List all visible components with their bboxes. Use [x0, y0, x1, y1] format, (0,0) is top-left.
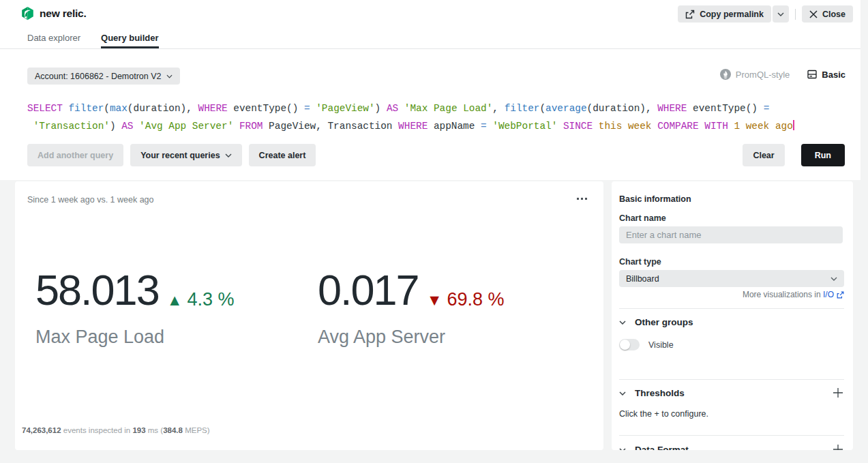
- query-token: ,: [492, 103, 504, 114]
- basic-mode-icon: [807, 70, 817, 79]
- query-token: (: [104, 103, 110, 114]
- section-data-format[interactable]: Data Format: [619, 445, 844, 450]
- query-token: [233, 121, 239, 132]
- chevron-down-icon: [225, 153, 232, 158]
- query-actions-row: Add another query Your recent queries Cr…: [0, 144, 860, 166]
- query-actions-left: Add another query Your recent queries Cr…: [27, 144, 316, 166]
- recent-queries-label: Your recent queries: [140, 151, 220, 160]
- footer-text: MEPS): [183, 426, 210, 434]
- io-link[interactable]: I/O: [823, 290, 844, 299]
- billboard-avg-app-server: 0.017 ▼ 69.8 % Avg App Server: [318, 269, 504, 348]
- query-token: (duration),: [587, 103, 658, 114]
- query-mode-toggle: PromQL-style Basic: [720, 69, 845, 80]
- query-token: 'Max Page Load': [404, 103, 493, 114]
- visible-toggle-label: Visible: [648, 340, 674, 350]
- other-groups-title: Other groups: [635, 317, 693, 327]
- visible-toggle[interactable]: [619, 339, 640, 350]
- more-visualizations-text: More visualizations in I/O: [619, 290, 844, 299]
- chart-card: Since 1 week ago vs. 1 week ago 58.013 ▲…: [15, 181, 603, 450]
- query-token: 'WebPortal': [492, 121, 557, 132]
- billboard-label: Avg App Server: [318, 327, 504, 348]
- divider: [619, 308, 844, 309]
- query-token: WHERE: [198, 103, 228, 114]
- query-token: 'Avg App Server': [139, 121, 233, 132]
- add-threshold-button[interactable]: [832, 387, 844, 399]
- query-token: 'Transaction': [33, 121, 110, 132]
- account-selector-label: Account: 1606862 - Demotron V2: [35, 72, 162, 81]
- tab-data-explorer[interactable]: Data explorer: [27, 27, 80, 48]
- mode-basic[interactable]: Basic: [807, 70, 845, 80]
- query-token: SELECT: [27, 103, 63, 114]
- chevron-down-icon: [830, 277, 837, 281]
- create-alert-button[interactable]: Create alert: [249, 144, 316, 166]
- recent-queries-button[interactable]: Your recent queries: [130, 144, 241, 166]
- thresholds-hint: Click the + to configure.: [619, 409, 844, 419]
- query-token: [557, 121, 563, 132]
- add-data-format-button[interactable]: [832, 443, 844, 450]
- tab-query-builder[interactable]: Query builder: [101, 27, 159, 48]
- chevron-down-icon: [619, 448, 626, 451]
- query-token: 'PageView': [316, 103, 374, 114]
- chart-name-input[interactable]: [619, 226, 843, 243]
- data-format-title: Data Format: [635, 445, 689, 450]
- query-token: [593, 121, 599, 132]
- query-token: AS: [387, 103, 398, 114]
- events-inspected-status: 74,263,612 events inspected in 193 ms (3…: [22, 426, 210, 434]
- query-token: =: [764, 103, 770, 114]
- more-viz-prefix: More visualizations in: [743, 290, 823, 299]
- clear-button[interactable]: Clear: [743, 144, 784, 166]
- add-another-query-button[interactable]: Add another query: [27, 144, 123, 166]
- topbar-divider: [795, 9, 796, 20]
- app-header: new relic. Copy permalink: [0, 0, 860, 180]
- close-label: Close: [822, 10, 845, 19]
- topbar-actions: Copy permalink Close: [678, 5, 853, 23]
- new-relic-logo-icon: [20, 6, 35, 20]
- new-relic-logo: new relic.: [20, 6, 87, 20]
- chart-type-select[interactable]: Billboard: [619, 270, 844, 287]
- close-icon: [809, 10, 818, 18]
- query-duration-ms: 193: [132, 426, 145, 434]
- copy-permalink-dropdown-button[interactable]: [773, 5, 789, 23]
- query-token: eventType(): [228, 103, 304, 114]
- footer-text: events inspected in: [61, 426, 133, 434]
- close-button[interactable]: Close: [802, 5, 853, 23]
- query-token: ): [110, 121, 121, 132]
- toggle-knob: [620, 340, 630, 350]
- query-token: [310, 103, 316, 114]
- query-editor[interactable]: SELECT filter(max(duration), WHERE event…: [27, 100, 794, 135]
- footer-text: ms (: [146, 426, 164, 434]
- chevron-down-icon: [619, 320, 626, 325]
- section-other-groups[interactable]: Other groups: [619, 317, 844, 327]
- query-token: [133, 121, 139, 132]
- query-line: SELECT filter(max(duration), WHERE event…: [27, 100, 794, 117]
- promql-icon: [720, 69, 731, 80]
- query-token: WHERE: [398, 121, 428, 132]
- billboard-delta: ▲ 4.3 %: [167, 290, 235, 312]
- query-token: filter: [505, 103, 540, 114]
- run-button[interactable]: Run: [801, 144, 845, 166]
- chevron-down-icon: [619, 391, 626, 395]
- copy-permalink-button[interactable]: Copy permalink: [678, 5, 771, 23]
- chevron-down-icon: [166, 74, 173, 78]
- query-token: COMPARE WITH: [657, 121, 728, 132]
- chart-menu-ellipsis-icon[interactable]: [577, 198, 587, 200]
- query-token: PageView, Transaction: [263, 121, 398, 132]
- query-token: [398, 103, 404, 114]
- mode-promql-style[interactable]: PromQL-style: [720, 69, 790, 80]
- billboard-label: Max Page Load: [35, 327, 235, 348]
- section-thresholds[interactable]: Thresholds: [619, 388, 844, 398]
- chart-time-range: Since 1 week ago vs. 1 week ago: [27, 195, 154, 205]
- copy-permalink-group: Copy permalink: [678, 5, 789, 23]
- query-token: (: [539, 103, 545, 114]
- query-token: [27, 121, 33, 132]
- chart-type-label: Chart type: [619, 257, 844, 267]
- query-token: average: [545, 103, 586, 114]
- query-token: max: [110, 103, 128, 114]
- account-selector[interactable]: Account: 1606862 - Demotron V2: [27, 68, 180, 85]
- visible-toggle-row: Visible: [619, 339, 844, 350]
- billboard-max-page-load: 58.013 ▲ 4.3 % Max Page Load: [35, 269, 235, 348]
- mode-promql-label: PromQL-style: [736, 70, 790, 80]
- query-token: [652, 121, 658, 132]
- copy-permalink-label: Copy permalink: [700, 10, 764, 19]
- query-token: appName: [428, 121, 481, 132]
